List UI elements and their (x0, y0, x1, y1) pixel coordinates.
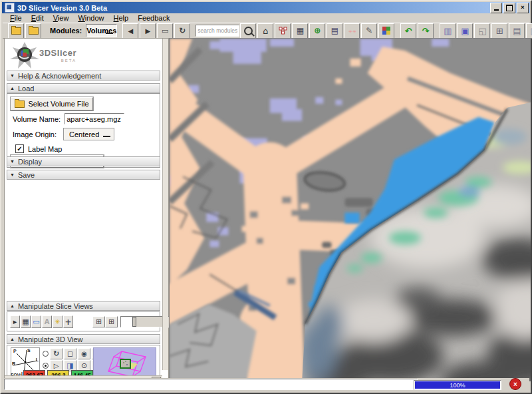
open-scene-button[interactable] (8, 23, 24, 39)
fiducials-button[interactable] (309, 23, 325, 39)
layout-3d-only-button[interactable] (457, 23, 473, 39)
menu-feedback[interactable]: Feedback (133, 13, 174, 23)
sidebar-vertical-scrollbar[interactable] (162, 39, 168, 370)
slice-fade-button[interactable] (92, 316, 105, 327)
slice-crosshair-button[interactable] (63, 315, 73, 328)
navigation-preview[interactable] (93, 347, 156, 379)
forward-button[interactable] (140, 23, 156, 39)
section-help-acknowledgement[interactable]: ▼ Help & Acknowledgement (7, 71, 160, 81)
section-save[interactable]: ▼ Save (7, 170, 160, 180)
spin-icon (53, 350, 59, 357)
home-button[interactable] (257, 23, 273, 39)
back-button[interactable] (122, 23, 138, 39)
slice-grid-icon (22, 318, 29, 325)
label-map-checkbox[interactable]: ✓ (15, 144, 24, 153)
module-panel: 3DSlicer BETA ▼ Help & Acknowledgement ▲… (4, 38, 169, 382)
slice-grid-button[interactable] (21, 315, 31, 328)
layout-dual-icon (478, 27, 486, 35)
slice-annotation-button[interactable] (42, 315, 52, 328)
measurements-button[interactable] (361, 23, 377, 39)
menu-view[interactable]: View (49, 13, 74, 23)
layout-conventional-button[interactable] (440, 23, 456, 39)
section-load[interactable]: ▲ Load (7, 83, 160, 93)
3d-viewport[interactable] (169, 38, 531, 381)
layout-four-up-icon (496, 27, 503, 35)
folder-icon (15, 100, 25, 108)
rock-mode-radio[interactable] (43, 363, 49, 369)
modules-dropdown[interactable]: Volumes (86, 24, 117, 37)
logo-title: 3DSlicer (39, 48, 76, 58)
reload-icon (179, 27, 186, 35)
collapse-triangle-icon: ▼ (10, 159, 15, 164)
forward-icon (145, 27, 150, 35)
modules-hierarchy-icon (279, 27, 287, 35)
collapse-triangle-icon: ▼ (10, 73, 15, 78)
undo-button[interactable] (400, 23, 416, 39)
dropdown-indicator-icon (103, 133, 110, 137)
home-icon (263, 27, 268, 35)
toolbar: Modules: Volumes (3, 23, 529, 39)
rotate-mode-radio[interactable] (43, 351, 49, 357)
spin-view-button[interactable] (50, 348, 63, 359)
modules-hierarchy-button[interactable] (275, 23, 291, 39)
layout-tabbed-slice-button[interactable] (526, 23, 532, 39)
slider-handle[interactable] (132, 317, 136, 327)
reload-button[interactable] (174, 23, 190, 39)
axis-label-s: S (27, 348, 31, 353)
section-manipulate-slice-views[interactable]: ▲ Manipulate Slice Views (7, 301, 160, 311)
section-display[interactable]: ▼ Display (7, 156, 160, 166)
close-button[interactable]: × (517, 3, 529, 13)
layout-four-up-button[interactable] (491, 23, 507, 39)
slice-views-toolbar (7, 311, 160, 331)
axis-icon (54, 362, 59, 369)
image-origin-dropdown[interactable]: Centered (63, 128, 114, 140)
collapse-triangle-icon: ▼ (10, 172, 15, 177)
stereo-glasses-icon (66, 362, 73, 369)
menu-file[interactable]: File (5, 13, 27, 23)
import-scene-button[interactable] (25, 23, 41, 39)
cancel-progress-button[interactable]: × (509, 378, 521, 390)
data-button[interactable] (292, 23, 308, 39)
back-icon (128, 27, 133, 35)
redo-button[interactable] (418, 23, 434, 39)
slicer-logo-icon (10, 42, 39, 69)
volumes-button[interactable] (327, 23, 342, 39)
nav-wireframe-icon (94, 348, 156, 379)
visibility-button[interactable] (78, 348, 90, 359)
layout-tabbed-3d-button[interactable] (509, 23, 525, 39)
history-button[interactable] (157, 23, 173, 39)
axis-label-p: P (13, 349, 17, 353)
maximize-icon (506, 5, 513, 11)
search-modules-input[interactable] (196, 25, 239, 37)
layers-icon (331, 27, 338, 35)
editor-button[interactable] (344, 23, 360, 39)
progress-label: 100% (450, 382, 465, 389)
select-volume-file-button[interactable]: Select Volume File (11, 97, 93, 110)
app-icon (5, 3, 15, 13)
maximize-button[interactable] (503, 3, 515, 13)
section-manipulate-3d-view[interactable]: ▲ Manipulate 3D View (7, 334, 160, 344)
search-button[interactable] (240, 23, 256, 39)
app-window: 3D Slicer Version 3.0 Beta × File Edit V… (0, 0, 532, 394)
layout-dual-button[interactable] (474, 23, 490, 39)
slice-screen-icon (33, 318, 39, 325)
close-icon: × (521, 5, 524, 11)
open-scene-icon (11, 27, 21, 35)
slice-fg-bg-button[interactable] (105, 316, 118, 327)
history-icon (162, 27, 168, 35)
colors-button[interactable] (378, 23, 394, 39)
minimize-button[interactable] (490, 3, 502, 13)
menu-window[interactable]: Window (73, 13, 108, 23)
show-cube-button[interactable] (64, 348, 76, 359)
search-icon (244, 27, 253, 35)
fade-icon (96, 318, 102, 325)
slice-visibility-button[interactable] (10, 315, 20, 328)
zoom-icon (81, 362, 87, 369)
slice-screen-button[interactable] (31, 315, 41, 328)
volume-name-input[interactable] (65, 113, 124, 124)
annotation-letter-icon (45, 318, 50, 325)
menu-edit[interactable]: Edit (27, 13, 49, 23)
snowflake-icon (348, 27, 356, 35)
slice-fiducial-button[interactable] (53, 315, 63, 328)
menu-help[interactable]: Help (109, 13, 134, 23)
